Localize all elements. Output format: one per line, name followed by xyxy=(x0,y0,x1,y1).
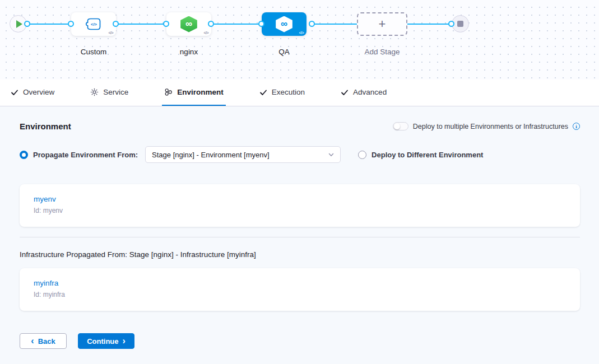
code-icon: </> xyxy=(108,31,113,35)
plus-icon: + xyxy=(379,18,386,30)
connector-edge xyxy=(407,24,452,25)
connector-edge xyxy=(27,24,71,25)
check-icon xyxy=(341,88,349,96)
environment-panel: Environment Deploy to multiple Environme… xyxy=(0,106,599,349)
tab-label: Environment xyxy=(177,88,224,96)
connector-edge xyxy=(211,24,262,25)
infrastructure-card: myinfra Id: myinfra xyxy=(20,268,580,311)
stage-label-custom: Custom xyxy=(71,48,116,56)
play-icon xyxy=(16,20,22,28)
connector-edge xyxy=(312,24,357,25)
stop-icon xyxy=(457,21,463,27)
multi-env-toggle-label: Deploy to multiple Environments or Infra… xyxy=(413,123,568,130)
check-icon xyxy=(11,88,18,96)
connector-node xyxy=(163,21,169,27)
infrastructure-heading: Infrastructure Propagated From: Stage [n… xyxy=(20,250,580,259)
connector-node xyxy=(68,21,74,27)
selected-environment-value: Stage [nginx] - Environment [myenv] xyxy=(152,151,270,159)
stage-label-add-stage: Add Stage xyxy=(357,48,407,56)
connector-node xyxy=(309,21,315,27)
add-stage-button[interactable]: + xyxy=(357,12,407,36)
continue-button-label: Continue xyxy=(87,337,118,346)
tab-label: Service xyxy=(103,88,128,96)
connector-node xyxy=(448,21,454,27)
chevron-right-icon: › xyxy=(123,337,126,346)
deploy-stage-icon: ∞ xyxy=(180,16,198,32)
environment-cluster-icon xyxy=(164,88,173,96)
propagate-environment-label: Propagate Environment From: xyxy=(33,151,138,159)
different-environment-label: Deploy to Different Environment xyxy=(372,151,483,159)
code-icon: </> xyxy=(203,31,208,35)
environment-id: Id: myenv xyxy=(34,207,566,214)
pipeline-canvas: </> </> ∞ </> ∞ </> + Custom nginx QA Ad… xyxy=(0,0,599,80)
infinity-icon: ∞ xyxy=(185,19,192,29)
environment-name-link[interactable]: myenv xyxy=(34,195,56,203)
environment-card: myenv Id: myenv xyxy=(20,184,580,227)
infinity-icon: ∞ xyxy=(281,19,287,29)
back-button[interactable]: ‹ Back xyxy=(20,333,67,349)
infrastructure-id: Id: myinfra xyxy=(34,291,566,298)
connector-node xyxy=(258,21,264,27)
infrastructure-name-link[interactable]: myinfra xyxy=(34,279,58,287)
stage-qa[interactable]: ∞ </> xyxy=(262,12,307,36)
tab-label: Execution xyxy=(272,88,305,96)
svg-text:</>: </> xyxy=(91,22,97,27)
different-environment-radio[interactable] xyxy=(358,151,366,159)
propagate-environment-select[interactable]: Stage [nginx] - Environment [myenv] xyxy=(145,146,341,163)
tab-execution[interactable]: Execution xyxy=(257,80,307,106)
connector-node xyxy=(24,21,30,27)
toggle-knob xyxy=(394,123,400,129)
stage-tabs: Overview Service Environment Execution xyxy=(0,80,599,106)
continue-button[interactable]: Continue › xyxy=(78,333,134,349)
tab-environment[interactable]: Environment xyxy=(162,80,226,106)
chevron-down-icon xyxy=(328,153,334,157)
deploy-stage-icon: ∞ xyxy=(275,16,294,32)
multi-env-toggle[interactable] xyxy=(393,122,408,130)
chevron-left-icon: ‹ xyxy=(31,337,34,346)
stage-label-qa: QA xyxy=(262,48,307,56)
stage-custom[interactable]: </> </> xyxy=(71,12,116,36)
code-icon: </> xyxy=(299,31,304,35)
info-icon[interactable]: i xyxy=(573,123,580,130)
connector-node xyxy=(113,21,119,27)
gear-icon xyxy=(90,88,99,96)
stage-nginx[interactable]: ∞ </> xyxy=(166,12,211,36)
section-heading: Environment xyxy=(20,122,71,131)
connector-node xyxy=(208,21,214,27)
stage-label-nginx: nginx xyxy=(166,48,211,56)
tab-label: Advanced xyxy=(353,88,387,96)
connector-edge xyxy=(116,24,166,25)
tab-advanced[interactable]: Advanced xyxy=(338,80,389,106)
tab-service[interactable]: Service xyxy=(88,80,131,106)
propagate-environment-radio[interactable] xyxy=(20,151,28,159)
back-button-label: Back xyxy=(38,337,55,346)
custom-stage-icon: </> xyxy=(86,17,101,31)
tab-overview[interactable]: Overview xyxy=(8,80,57,106)
tab-label: Overview xyxy=(23,88,54,96)
check-icon xyxy=(259,88,267,96)
section-divider xyxy=(20,237,580,237)
